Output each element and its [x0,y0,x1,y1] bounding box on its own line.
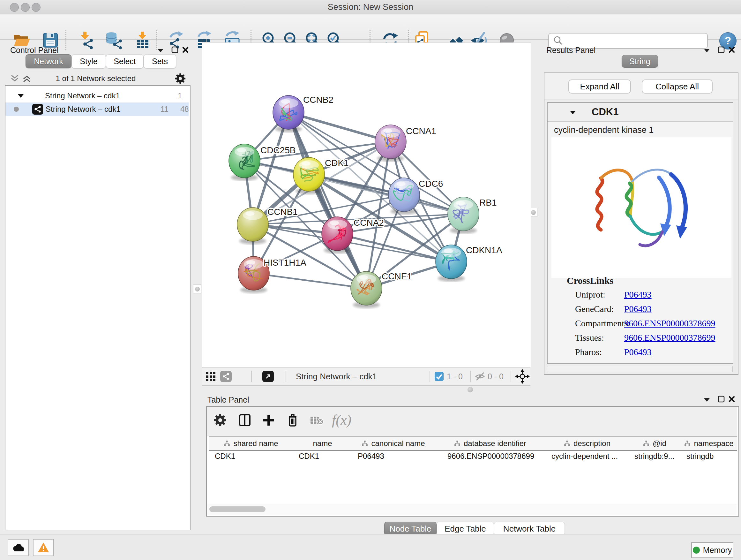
network-edge-count: 48 [180,103,189,116]
memory-label: Memory [703,546,732,555]
table-panel-close-icon[interactable] [728,395,735,402]
network-node-RB1[interactable] [448,197,479,234]
toolbar-separator [429,371,430,382]
crosslink-label: Tissues: [575,333,604,343]
table-cell[interactable]: CDK1 [293,450,352,462]
network-node-CCNB1[interactable] [237,207,268,244]
node-label-RB1: RB1 [479,198,496,207]
control-panel-menu-icon[interactable] [157,48,164,53]
network-canvas[interactable]: CCNB2CCNA1CDC25BCDK1CDC6RB1CCNB1CCNA2CDK… [202,43,530,367]
show-columns-icon[interactable] [239,414,251,427]
cloud-status-button[interactable] [8,539,29,556]
crosslink-uniprot-link[interactable]: P06493 [624,290,652,300]
table-horizontal-scrollbar [207,504,737,515]
network-node-CCNE1[interactable] [351,271,382,308]
col-header-description[interactable]: description [546,436,629,451]
add-column-icon[interactable] [262,414,275,427]
tab-sets[interactable]: Sets [144,54,176,68]
tab-select[interactable]: Select [106,54,144,68]
control-panel-close-icon[interactable] [182,46,189,53]
network-node-CDKN1A[interactable] [435,245,467,282]
group-icon [564,441,570,446]
tab-style[interactable]: Style [71,54,106,68]
crosslink-label: Compartments: [575,318,630,328]
network-options-gear-icon[interactable] [175,73,186,84]
status-bar [0,534,741,560]
results-horizontal-scrollbar[interactable] [547,366,733,372]
col-header-id[interactable]: @id [629,436,681,451]
table-cell[interactable]: stringdb [681,450,737,462]
fit-selected-crosshair-icon[interactable] [515,369,530,384]
grid-view-icon[interactable] [206,372,216,381]
gene-section-header[interactable]: CDK1 [548,103,733,122]
selected-checkbox-icon[interactable] [434,372,444,381]
table-panel-float-icon[interactable] [718,395,725,403]
table-cell[interactable]: cyclin-dependent ... [546,450,629,462]
network-collection-row[interactable]: String Network – cdk1 1 [5,89,189,103]
splitter-dot[interactable] [468,387,473,392]
results-panel-menu-icon[interactable] [703,48,711,53]
import-table-icon[interactable] [133,31,151,50]
toolbar-separator [251,371,252,382]
collection-expander-icon[interactable] [17,94,24,98]
selected-count: 1 - 0 [447,368,463,385]
collapse-all-icon[interactable] [10,74,19,83]
expand-all-button[interactable]: Expand All [568,79,631,94]
col-header-shared-name[interactable]: shared name [209,436,293,451]
col-header-namespace[interactable]: namespace [681,436,737,451]
crosslink-compartments-link[interactable]: 9606.ENSP00000378699 [624,318,715,328]
toolbar-separator [286,371,286,382]
control-panel-title: Control Panel [10,46,58,55]
table-panel-menu-icon[interactable] [703,397,711,402]
results-panel-title: Results Panel [546,46,596,55]
import-network-icon[interactable] [77,31,95,50]
node-label-CCNA2: CCNA2 [354,218,384,228]
gene-section: CDK1 cyclin-dependent kinase 1 CrossLink… [547,102,733,364]
tab-network[interactable]: Network [25,54,71,68]
expand-all-icon[interactable] [22,74,31,83]
table-options-gear-icon[interactable] [214,414,226,427]
crosslink-pharos-link[interactable]: P06493 [624,347,652,357]
collection-count: 1 [178,89,182,103]
crosslink-tissues-link[interactable]: 9606.ENSP00000378699 [624,333,715,343]
main-toolbar: ? [0,14,741,40]
results-panel-close-icon[interactable] [728,46,735,53]
function-builder-icon[interactable]: f(x) [332,412,351,428]
hidden-eye-slash-icon[interactable] [475,372,485,381]
gene-expander-icon[interactable] [569,110,576,115]
node-label-CCNE1: CCNE1 [382,271,412,281]
network-node-CCNA1[interactable] [375,125,406,162]
network-node-CDC25B[interactable] [229,144,260,181]
crosslink-label: Uniprot: [575,290,605,300]
network-node-CCNB2[interactable] [273,96,304,132]
network-share-view-icon[interactable] [220,371,232,382]
table-cell[interactable]: 9606.ENSP00000378699 [434,450,546,462]
table-cell[interactable]: P06493 [352,450,434,462]
memory-button[interactable]: Memory [691,542,733,558]
network-row[interactable]: String Network – cdk1 11 48 [5,103,189,116]
col-header-canonical-name[interactable]: canonical name [352,436,435,451]
collapse-all-button[interactable]: Collapse All [642,79,713,94]
node-label-CCNA1: CCNA1 [406,126,436,136]
node-label-CDC6: CDC6 [419,179,443,189]
delete-table-icon[interactable] [310,416,324,425]
delete-column-icon[interactable] [287,413,298,427]
table-cell[interactable]: CDK1 [209,450,293,462]
table-cell[interactable]: stringdb:9... [629,450,681,462]
left-divider-handle[interactable] [193,285,201,294]
import-network-from-database-icon[interactable] [105,31,123,50]
crosslink-label: GeneCard: [575,304,614,314]
table-panel-title: Table Panel [207,395,249,405]
col-header-database-identifier[interactable]: database identifier [434,436,546,451]
crosslink-genecard-link[interactable]: P06493 [624,304,652,314]
network-type-icon [32,104,43,115]
results-panel-float-icon[interactable] [718,46,725,54]
tab-string[interactable]: String [622,55,658,68]
col-header-name[interactable]: name [293,436,352,451]
warning-status-button[interactable] [33,539,54,556]
control-panel-float-icon[interactable] [171,46,179,54]
network-node-count: 11 [160,103,169,116]
table-scrollbar-thumb[interactable] [209,506,266,512]
detach-view-icon[interactable] [262,371,274,382]
warning-icon [37,542,50,553]
